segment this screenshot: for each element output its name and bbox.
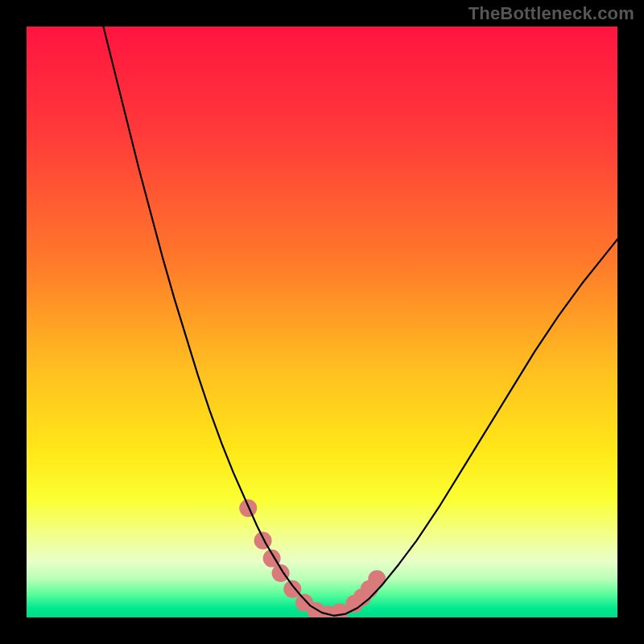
chart-svg bbox=[27, 27, 617, 617]
watermark-text: TheBottleneck.com bbox=[469, 3, 634, 24]
marker-point bbox=[254, 532, 272, 550]
gradient-background bbox=[27, 27, 617, 617]
chart-root: TheBottleneck.com bbox=[0, 0, 644, 644]
marker-point bbox=[239, 499, 257, 517]
marker-point bbox=[283, 580, 301, 598]
plot-area bbox=[27, 27, 617, 617]
marker-point bbox=[368, 570, 386, 588]
